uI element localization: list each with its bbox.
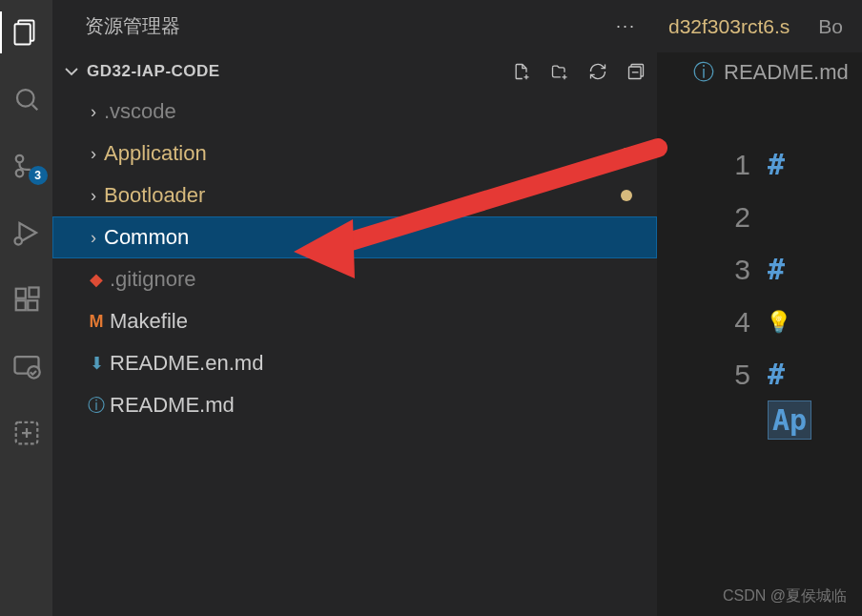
- sidebar-title: 资源管理器: [85, 13, 180, 39]
- code-highlight-token: Ap: [768, 400, 811, 440]
- source-control-icon[interactable]: 3: [11, 151, 42, 181]
- svg-point-7: [14, 237, 22, 245]
- more-actions-icon[interactable]: ···: [616, 16, 636, 36]
- collapse-all-icon[interactable]: [626, 62, 646, 81]
- markdown-icon: ⬇: [83, 353, 110, 374]
- watermark: CSDN @夏侯城临: [723, 586, 847, 606]
- svg-rect-8: [15, 289, 25, 298]
- git-icon: ◆: [83, 269, 110, 290]
- new-folder-icon[interactable]: [550, 62, 569, 81]
- makefile-icon: M: [83, 312, 110, 332]
- file-readme-en[interactable]: ⬇ README.en.md: [52, 342, 657, 384]
- svg-point-5: [15, 170, 23, 177]
- folder-application[interactable]: › Application: [52, 133, 657, 175]
- file-gitignore[interactable]: ◆ .gitignore: [52, 258, 657, 300]
- tab-bootloader[interactable]: Bo: [809, 0, 852, 52]
- project-name: GD32-IAP-CODE: [87, 62, 220, 81]
- project-section-header[interactable]: GD32-IAP-CODE: [52, 52, 657, 91]
- activity-bar: 3: [0, 0, 52, 616]
- info-icon: ⓘ: [693, 58, 714, 87]
- breadcrumb-file: README.md: [724, 60, 849, 85]
- sidebar-header: 资源管理器 ···: [52, 0, 657, 52]
- modified-dot-icon: [621, 148, 632, 159]
- line-number: 3: [734, 243, 750, 296]
- file-makefile[interactable]: M Makefile: [52, 300, 657, 342]
- code-content[interactable]: 1 2 3 4 5 # # 💡 # Ap: [657, 92, 862, 616]
- modified-dot-icon: [621, 190, 632, 201]
- tab-asm-file[interactable]: d32f303rct6.s: [659, 0, 799, 52]
- code-token: #: [768, 148, 785, 181]
- svg-rect-1: [14, 24, 30, 44]
- refresh-icon[interactable]: [588, 62, 607, 81]
- svg-rect-10: [28, 300, 37, 310]
- code-lines: # # 💡 # Ap: [768, 138, 862, 616]
- tab-bar: d32f303rct6.s Bo: [657, 0, 862, 52]
- svg-point-2: [17, 90, 34, 107]
- line-number: 2: [734, 191, 750, 243]
- scm-badge: 3: [29, 166, 48, 185]
- line-number: 1: [734, 138, 750, 191]
- info-icon: ⓘ: [83, 394, 110, 417]
- extensions-icon[interactable]: [11, 284, 42, 315]
- run-debug-icon[interactable]: [11, 217, 42, 248]
- chevron-right-icon: ›: [83, 228, 104, 248]
- file-readme[interactable]: ⓘ README.md: [52, 384, 657, 426]
- search-icon[interactable]: [11, 84, 42, 114]
- folder-vscode[interactable]: › .vscode: [52, 91, 657, 133]
- folder-common[interactable]: › Common: [52, 216, 657, 258]
- svg-rect-9: [15, 300, 25, 310]
- line-number: 4: [734, 296, 750, 348]
- chevron-right-icon: ›: [83, 144, 104, 164]
- explorer-icon[interactable]: [11, 17, 42, 48]
- svg-point-3: [15, 155, 23, 163]
- explorer-sidebar: 资源管理器 ··· GD32-IAP-CODE › .vscode › Appl…: [52, 0, 657, 616]
- chevron-right-icon: ›: [83, 186, 104, 206]
- editor-area: d32f303rct6.s Bo ⓘ README.md 1 2 3 4 5 #…: [657, 0, 862, 616]
- folder-bootloader[interactable]: › Bootloader: [52, 175, 657, 216]
- breadcrumb[interactable]: ⓘ README.md: [657, 52, 862, 92]
- remote-icon[interactable]: [11, 351, 42, 381]
- new-file-icon[interactable]: [512, 62, 531, 81]
- file-tree: › .vscode › Application › Bootloader › C…: [52, 91, 657, 426]
- code-token: #: [768, 253, 785, 286]
- line-gutter: 1 2 3 4 5: [657, 138, 768, 616]
- code-token: #: [768, 348, 785, 400]
- line-number: 5: [734, 348, 750, 400]
- svg-rect-11: [29, 288, 38, 298]
- configure-icon[interactable]: [11, 418, 42, 448]
- chevron-right-icon: ›: [83, 102, 104, 122]
- lightbulb-icon[interactable]: 💡: [766, 310, 791, 334]
- chevron-down-icon: [64, 64, 79, 79]
